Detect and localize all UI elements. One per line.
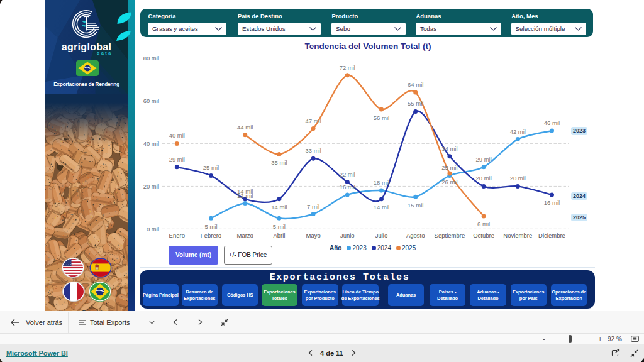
svg-text:Mayo: Mayo — [306, 232, 320, 239]
svg-text:18 mil: 18 mil — [374, 179, 389, 186]
svg-text:80 mil: 80 mil — [143, 55, 159, 62]
svg-text:55 mil: 55 mil — [408, 100, 423, 107]
svg-text:46 mil: 46 mil — [544, 119, 560, 126]
svg-text:29 mil: 29 mil — [475, 156, 491, 163]
svg-text:60 mil: 60 mil — [143, 97, 159, 104]
svg-text:35 mil: 35 mil — [271, 159, 287, 166]
svg-text:15 mil: 15 mil — [408, 202, 423, 209]
svg-text:22 mil: 22 mil — [340, 171, 355, 178]
svg-text:44 mil: 44 mil — [237, 124, 253, 131]
svg-text:34 mil: 34 mil — [441, 145, 457, 152]
svg-text:42 mil: 42 mil — [510, 128, 526, 135]
svg-text:Enero: Enero — [169, 232, 185, 239]
svg-text:20 mil: 20 mil — [143, 183, 159, 190]
svg-text:40 mil: 40 mil — [169, 132, 185, 139]
svg-text:Julio: Julio — [375, 232, 388, 239]
svg-text:14 mil: 14 mil — [271, 204, 287, 211]
svg-text:47 mil: 47 mil — [305, 118, 321, 124]
svg-text:56 mil: 56 mil — [374, 114, 389, 121]
svg-text:33 mil: 33 mil — [305, 147, 321, 154]
svg-text:72 mil: 72 mil — [340, 64, 355, 71]
svg-text:16 mil: 16 mil — [340, 184, 355, 190]
svg-text:29 mil: 29 mil — [169, 156, 185, 163]
svg-text:5 mil: 5 mil — [273, 223, 286, 230]
svg-text:Septiembre: Septiembre — [435, 232, 465, 239]
svg-text:Noviembre: Noviembre — [503, 232, 532, 239]
svg-text:Marzo: Marzo — [236, 232, 253, 239]
svg-text:40 mil: 40 mil — [143, 140, 159, 147]
svg-text:Agosto: Agosto — [406, 232, 425, 239]
svg-text:0 mil: 0 mil — [147, 226, 159, 233]
svg-text:Octubre: Octubre — [473, 232, 494, 239]
svg-text:64 mil: 64 mil — [408, 81, 423, 88]
svg-text:25 mil: 25 mil — [203, 164, 219, 171]
svg-text:5 mil: 5 mil — [204, 223, 217, 230]
svg-text:6 mil: 6 mil — [477, 221, 490, 228]
svg-text:20 mil: 20 mil — [475, 175, 491, 182]
svg-text:Diciembre: Diciembre — [538, 232, 565, 239]
svg-text:26 mil: 26 mil — [441, 178, 457, 185]
svg-text:Febrero: Febrero — [201, 232, 221, 239]
svg-text:20 mil: 20 mil — [510, 175, 526, 182]
svg-text:Junio: Junio — [340, 232, 355, 239]
svg-text:25 mil: 25 mil — [441, 164, 457, 171]
svg-text:12 mil: 12 mil — [237, 192, 253, 199]
svg-text:7 mil: 7 mil — [307, 203, 319, 210]
svg-text:16 mil: 16 mil — [544, 199, 560, 206]
svg-text:14 mil: 14 mil — [374, 204, 389, 211]
svg-text:Abril: Abril — [273, 232, 285, 239]
